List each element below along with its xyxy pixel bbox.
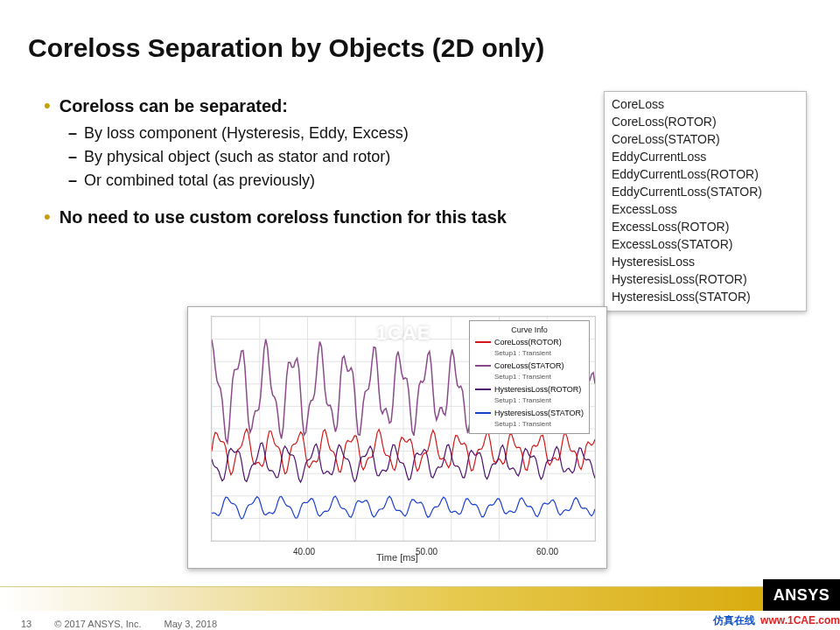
dash-icon: – [68, 124, 77, 143]
dash-icon: – [68, 148, 77, 166]
page-title: Coreloss Separation by Objects (2D only) [28, 33, 544, 63]
list-item[interactable]: EddyCurrentLoss [612, 148, 799, 165]
ansys-logo: ANSYS [763, 579, 840, 611]
list-item[interactable]: CoreLoss [612, 95, 799, 113]
legend-swatch-icon [475, 365, 491, 367]
quantity-listbox[interactable]: CoreLoss CoreLoss(ROTOR) CoreLoss(STATOR… [604, 91, 807, 312]
sub-bullet-item: –Or combined total (as previously) [68, 172, 586, 190]
chart-legend: Curve Info CoreLoss(ROTOR)Setup1 : Trans… [469, 320, 590, 434]
chart-plot-area: 1CAE Curve Info CoreLoss(ROTOR)Setup1 : … [211, 316, 596, 542]
watermark-text: 1CAE [376, 322, 431, 345]
bullet-icon: • [44, 206, 51, 228]
footer-text: 13 © 2017 ANSYS, Inc. May 3, 2018 [21, 619, 217, 629]
dash-icon: – [68, 172, 77, 190]
content-body: • Coreloss can be separated: –By loss co… [44, 94, 586, 244]
sub-bullet-text: By loss component (Hysteresis, Eddy, Exc… [84, 124, 409, 143]
list-item[interactable]: HysteresisLoss [612, 253, 799, 270]
x-axis-label: Time [ms] [376, 552, 418, 563]
legend-label: CoreLoss(ROTOR)Setup1 : Transient [494, 337, 562, 359]
x-tick: 50.00 [416, 547, 438, 556]
sub-bullet-list: –By loss component (Hysteresis, Eddy, Ex… [68, 124, 586, 190]
page-number: 13 [21, 619, 32, 629]
legend-row: HysteresisLoss(ROTOR)Setup1 : Transient [475, 384, 584, 406]
list-item[interactable]: CoreLoss(ROTOR) [612, 113, 799, 130]
legend-title: Curve Info [475, 325, 584, 335]
list-item[interactable]: EddyCurrentLoss(ROTOR) [612, 165, 799, 183]
source-watermark: 仿真在线 www.1CAE.com [713, 611, 840, 630]
list-item[interactable]: HysteresisLoss(ROTOR) [612, 270, 799, 288]
coreloss-chart: 1CAE Curve Info CoreLoss(ROTOR)Setup1 : … [187, 306, 607, 569]
list-item[interactable]: ExcessLoss(STATOR) [612, 235, 799, 253]
sub-bullet-text: Or combined total (as previously) [84, 172, 315, 190]
bullet-text: No need to use custom coreloss function … [60, 206, 507, 228]
cn-text: 仿真在线 [713, 613, 755, 628]
slide: Coreloss Separation by Objects (2D only)… [0, 0, 840, 630]
list-item[interactable]: CoreLoss(STATOR) [612, 130, 799, 148]
footer-bar [0, 586, 840, 611]
bullet-icon: • [44, 94, 51, 117]
footer-date: May 3, 2018 [164, 619, 217, 629]
legend-row: HysteresisLoss(STATOR)Setup1 : Transient [475, 408, 584, 430]
legend-row: CoreLoss(STATOR)Setup1 : Transient [475, 360, 584, 382]
list-item[interactable]: ExcessLoss [612, 200, 799, 218]
legend-row: CoreLoss(ROTOR)Setup1 : Transient [475, 337, 584, 359]
list-item[interactable]: EddyCurrentLoss(STATOR) [612, 183, 799, 200]
bullet-item: • No need to use custom coreloss functio… [44, 206, 586, 228]
legend-swatch-icon [475, 412, 491, 414]
sub-bullet-text: By physical object (such as stator and r… [84, 148, 390, 166]
bullet-list: • Coreloss can be separated: –By loss co… [44, 94, 586, 228]
sub-bullet-item: –By loss component (Hysteresis, Eddy, Ex… [68, 124, 586, 143]
legend-swatch-icon [475, 341, 491, 343]
legend-label: CoreLoss(STATOR)Setup1 : Transient [494, 360, 564, 382]
url-text: www.1CAE.com [760, 614, 840, 626]
bullet-item: • Coreloss can be separated: –By loss co… [44, 94, 586, 190]
legend-swatch-icon [475, 388, 491, 390]
copyright: © 2017 ANSYS, Inc. [54, 619, 141, 629]
list-item[interactable]: ExcessLoss(ROTOR) [612, 218, 799, 235]
legend-label: HysteresisLoss(STATOR)Setup1 : Transient [494, 408, 584, 430]
legend-label: HysteresisLoss(ROTOR)Setup1 : Transient [494, 384, 581, 406]
bullet-text: Coreloss can be separated: [60, 94, 288, 117]
x-tick: 40.00 [293, 547, 315, 556]
sub-bullet-item: –By physical object (such as stator and … [68, 148, 586, 166]
list-item[interactable]: HysteresisLoss(STATOR) [612, 288, 799, 305]
x-tick: 60.00 [536, 547, 558, 556]
